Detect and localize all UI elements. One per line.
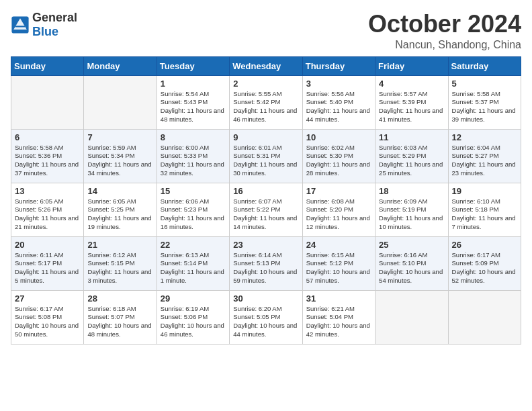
day-number: 15: [161, 186, 226, 196]
svg-rect-2: [15, 26, 25, 27]
day-info: Sunrise: 5:56 AMSunset: 5:40 PMDaylight:…: [306, 90, 371, 124]
day-info: Sunrise: 6:20 AMSunset: 5:05 PMDaylight:…: [233, 305, 298, 339]
weekday-header-sunday: Sunday: [11, 56, 84, 75]
calendar-cell: 23Sunrise: 6:14 AMSunset: 5:13 PMDayligh…: [230, 236, 302, 290]
calendar-cell: 1Sunrise: 5:54 AMSunset: 5:43 PMDaylight…: [157, 75, 229, 129]
day-info: Sunrise: 5:58 AMSunset: 5:36 PMDaylight:…: [15, 144, 80, 178]
day-number: 1: [161, 79, 226, 89]
calendar-cell: [84, 75, 157, 129]
day-info: Sunrise: 6:18 AMSunset: 5:07 PMDaylight:…: [87, 305, 152, 339]
day-info: Sunrise: 6:08 AMSunset: 5:20 PMDaylight:…: [306, 197, 371, 232]
day-info: Sunrise: 6:00 AMSunset: 5:33 PMDaylight:…: [161, 144, 226, 178]
weekday-header-wednesday: Wednesday: [230, 56, 302, 75]
day-info: Sunrise: 5:55 AMSunset: 5:42 PMDaylight:…: [233, 90, 298, 124]
day-info: Sunrise: 6:07 AMSunset: 5:22 PMDaylight:…: [233, 197, 298, 232]
calendar-cell: 31Sunrise: 6:21 AMSunset: 5:04 PMDayligh…: [302, 290, 375, 344]
day-number: 3: [306, 79, 371, 89]
week-row: 6Sunrise: 5:58 AMSunset: 5:36 PMDaylight…: [11, 129, 521, 183]
day-number: 11: [379, 132, 444, 142]
calendar-cell: 15Sunrise: 6:06 AMSunset: 5:23 PMDayligh…: [157, 183, 229, 236]
day-number: 20: [15, 240, 80, 250]
calendar-cell: 26Sunrise: 6:17 AMSunset: 5:09 PMDayligh…: [448, 236, 521, 290]
calendar-cell: [375, 290, 448, 344]
calendar-cell: 4Sunrise: 5:57 AMSunset: 5:39 PMDaylight…: [375, 75, 448, 129]
day-number: 29: [161, 293, 226, 304]
day-number: 14: [87, 186, 152, 196]
day-number: 12: [452, 132, 517, 142]
day-number: 10: [306, 132, 371, 142]
calendar-cell: 11Sunrise: 6:03 AMSunset: 5:29 PMDayligh…: [375, 129, 448, 183]
day-info: Sunrise: 6:10 AMSunset: 5:18 PMDaylight:…: [452, 197, 517, 232]
weekday-header-friday: Friday: [375, 56, 448, 75]
day-number: 25: [379, 240, 444, 250]
calendar-cell: 20Sunrise: 6:11 AMSunset: 5:17 PMDayligh…: [11, 236, 84, 290]
day-info: Sunrise: 6:19 AMSunset: 5:06 PMDaylight:…: [161, 305, 226, 339]
calendar-cell: 13Sunrise: 6:05 AMSunset: 5:26 PMDayligh…: [11, 183, 84, 236]
day-number: 8: [161, 132, 226, 142]
day-info: Sunrise: 5:54 AMSunset: 5:43 PMDaylight:…: [161, 90, 226, 124]
day-number: 7: [87, 132, 152, 142]
day-info: Sunrise: 6:01 AMSunset: 5:31 PMDaylight:…: [233, 144, 298, 178]
day-info: Sunrise: 6:06 AMSunset: 5:23 PMDaylight:…: [161, 197, 226, 232]
day-info: Sunrise: 6:17 AMSunset: 5:09 PMDaylight:…: [452, 251, 517, 285]
calendar-cell: 27Sunrise: 6:17 AMSunset: 5:08 PMDayligh…: [11, 290, 84, 344]
day-number: 13: [15, 186, 80, 196]
weekday-header-row: SundayMondayTuesdayWednesdayThursdayFrid…: [11, 56, 521, 75]
day-number: 30: [233, 293, 298, 304]
day-number: 23: [233, 240, 298, 250]
day-info: Sunrise: 6:09 AMSunset: 5:19 PMDaylight:…: [379, 197, 444, 232]
day-number: 2: [233, 79, 298, 89]
day-number: 27: [15, 293, 80, 304]
calendar-cell: 25Sunrise: 6:16 AMSunset: 5:10 PMDayligh…: [375, 236, 448, 290]
day-info: Sunrise: 5:58 AMSunset: 5:37 PMDaylight:…: [452, 90, 517, 124]
calendar-cell: 30Sunrise: 6:20 AMSunset: 5:05 PMDayligh…: [230, 290, 302, 344]
header: General Blue October 2024 Nancun, Shando…: [11, 11, 521, 51]
day-info: Sunrise: 6:02 AMSunset: 5:30 PMDaylight:…: [306, 144, 371, 178]
weekday-header-thursday: Thursday: [302, 56, 375, 75]
day-info: Sunrise: 6:05 AMSunset: 5:25 PMDaylight:…: [87, 197, 152, 232]
calendar-cell: 28Sunrise: 6:18 AMSunset: 5:07 PMDayligh…: [84, 290, 157, 344]
location-title: Nancun, Shandong, China: [368, 39, 521, 51]
day-number: 18: [379, 186, 444, 196]
logo: General Blue: [11, 11, 77, 39]
day-number: 22: [161, 240, 226, 250]
day-number: 21: [87, 240, 152, 250]
calendar-cell: [448, 290, 521, 344]
weekday-header-monday: Monday: [84, 56, 157, 75]
day-number: 9: [233, 132, 298, 142]
calendar-cell: 5Sunrise: 5:58 AMSunset: 5:37 PMDaylight…: [448, 75, 521, 129]
calendar-cell: 9Sunrise: 6:01 AMSunset: 5:31 PMDaylight…: [230, 129, 302, 183]
weekday-header-tuesday: Tuesday: [157, 56, 229, 75]
month-title: October 2024: [368, 11, 521, 38]
day-info: Sunrise: 6:14 AMSunset: 5:13 PMDaylight:…: [233, 251, 298, 285]
day-info: Sunrise: 6:17 AMSunset: 5:08 PMDaylight:…: [15, 305, 80, 339]
day-info: Sunrise: 5:57 AMSunset: 5:39 PMDaylight:…: [379, 90, 444, 124]
day-number: 6: [15, 132, 80, 142]
day-info: Sunrise: 6:05 AMSunset: 5:26 PMDaylight:…: [15, 197, 80, 232]
calendar-cell: 14Sunrise: 6:05 AMSunset: 5:25 PMDayligh…: [84, 183, 157, 236]
calendar-cell: 19Sunrise: 6:10 AMSunset: 5:18 PMDayligh…: [448, 183, 521, 236]
week-row: 20Sunrise: 6:11 AMSunset: 5:17 PMDayligh…: [11, 236, 521, 290]
day-info: Sunrise: 6:03 AMSunset: 5:29 PMDaylight:…: [379, 144, 444, 178]
calendar-cell: 10Sunrise: 6:02 AMSunset: 5:30 PMDayligh…: [302, 129, 375, 183]
title-area: October 2024 Nancun, Shandong, China: [368, 11, 521, 51]
day-info: Sunrise: 5:59 AMSunset: 5:34 PMDaylight:…: [87, 144, 152, 178]
day-number: 19: [452, 186, 517, 196]
calendar-cell: 22Sunrise: 6:13 AMSunset: 5:14 PMDayligh…: [157, 236, 229, 290]
logo-text-blue: Blue: [32, 25, 58, 38]
calendar-cell: 16Sunrise: 6:07 AMSunset: 5:22 PMDayligh…: [230, 183, 302, 236]
calendar-cell: 3Sunrise: 5:56 AMSunset: 5:40 PMDaylight…: [302, 75, 375, 129]
calendar-cell: 8Sunrise: 6:00 AMSunset: 5:33 PMDaylight…: [157, 129, 229, 183]
day-info: Sunrise: 6:16 AMSunset: 5:10 PMDaylight:…: [379, 251, 444, 285]
day-number: 26: [452, 240, 517, 250]
week-row: 27Sunrise: 6:17 AMSunset: 5:08 PMDayligh…: [11, 290, 521, 344]
day-info: Sunrise: 6:12 AMSunset: 5:15 PMDaylight:…: [87, 251, 152, 285]
calendar-cell: 17Sunrise: 6:08 AMSunset: 5:20 PMDayligh…: [302, 183, 375, 236]
day-number: 5: [452, 79, 517, 89]
day-info: Sunrise: 6:04 AMSunset: 5:27 PMDaylight:…: [452, 144, 517, 178]
logo-icon: [11, 15, 30, 34]
calendar: SundayMondayTuesdayWednesdayThursdayFrid…: [11, 56, 521, 345]
calendar-cell: 12Sunrise: 6:04 AMSunset: 5:27 PMDayligh…: [448, 129, 521, 183]
calendar-cell: 29Sunrise: 6:19 AMSunset: 5:06 PMDayligh…: [157, 290, 229, 344]
calendar-cell: 24Sunrise: 6:15 AMSunset: 5:12 PMDayligh…: [302, 236, 375, 290]
